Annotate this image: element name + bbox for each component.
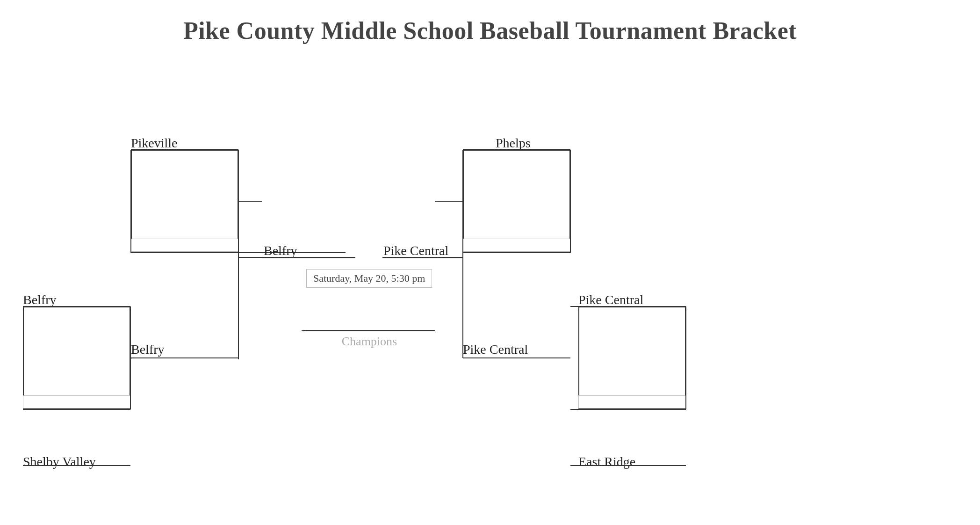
bracket-container: Pikeville Belfry Shelby Valley Belfry Ph… — [0, 63, 980, 522]
page-title: Pike County Middle School Baseball Tourn… — [0, 0, 980, 54]
bracket-svg — [0, 63, 980, 522]
